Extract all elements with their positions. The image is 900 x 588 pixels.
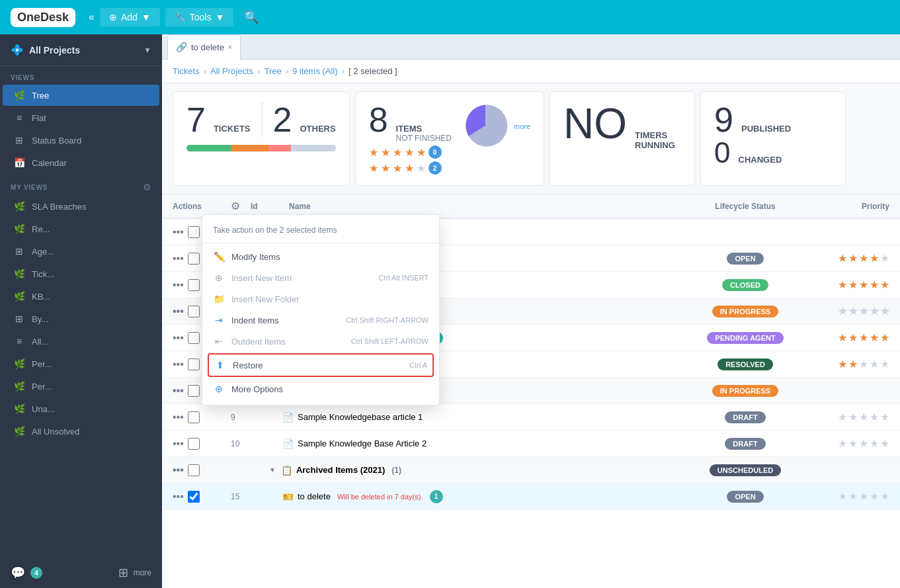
tab-close-icon[interactable]: × <box>228 44 232 51</box>
context-menu-more-options[interactable]: ⊕ More Options <box>202 378 439 399</box>
sidebar-item-una[interactable]: 🌿 Una... <box>3 398 159 419</box>
sidebar-item-by[interactable]: ⊞ By... <box>3 308 159 329</box>
sidebar-item-calendar[interactable]: 📅 Calendar <box>3 152 159 173</box>
table-row: ••• 10 📄 Sample Knowledge Base Article 2… <box>162 431 900 457</box>
row-5-dots[interactable]: ••• <box>173 332 184 344</box>
status-badge-4: RESOLVED <box>717 358 773 370</box>
row-15-status: OPEN <box>692 491 798 503</box>
tab-to-delete[interactable]: 🔗 to delete × <box>167 34 241 60</box>
sidebar-item-label-tickets: Tick... <box>32 269 54 279</box>
kb-icon-9: 📄 <box>282 412 294 423</box>
sidebar-item-all[interactable]: ≡ All... <box>3 331 159 352</box>
insert-item-icon: ⊕ <box>213 273 225 283</box>
row-15-id: 15 <box>231 492 264 501</box>
row-1-dots[interactable]: ••• <box>173 253 184 265</box>
row-2-status: CLOSED <box>692 279 798 291</box>
row-9-dots[interactable]: ••• <box>173 411 184 423</box>
row-arch-dots[interactable]: ••• <box>173 464 184 476</box>
context-menu-indent[interactable]: ⇥ Indent Items Ctrl Shift RIGHT-ARROW <box>202 310 439 331</box>
row-9-priority: ★★★★★ <box>803 411 889 423</box>
row-2-dots[interactable]: ••• <box>173 279 184 291</box>
collapse-sidebar-icon[interactable]: « <box>89 11 95 23</box>
indicator-15-1: 1 <box>430 490 443 503</box>
table-row: ••• 15 🎫 to delete Will be deleted in 7 … <box>162 483 900 510</box>
sidebar-project-header[interactable]: 💠 All Projects ▼ <box>0 34 162 66</box>
sidebar-item-per1[interactable]: 🌿 Per... <box>3 353 159 374</box>
add-button[interactable]: ⊕ Add ▼ <box>100 8 160 26</box>
breadcrumb-all-projects[interactable]: All Projects <box>210 66 253 76</box>
tools-label: Tools <box>190 12 212 22</box>
sidebar-item-sla-breaches[interactable]: 🌿 SLA Breaches <box>3 196 159 217</box>
sidebar-item-kb[interactable]: 🌿 KB... <box>3 286 159 307</box>
outdent-label: Outdent Items <box>231 337 286 347</box>
row-1-checkbox[interactable] <box>188 253 200 265</box>
row-2-checkbox[interactable] <box>188 279 200 291</box>
more-link[interactable]: more <box>514 122 530 130</box>
search-icon[interactable]: 🔍 <box>244 10 259 24</box>
sidebar-item-all-unsolved[interactable]: 🌿 All Unsolved <box>3 421 159 442</box>
sidebar-item-tree[interactable]: 🌿 Tree <box>3 85 159 106</box>
status-badge-15: OPEN <box>727 491 763 503</box>
row-15-indicators: 1 <box>430 490 443 503</box>
sidebar-item-label-recent: Re... <box>32 224 50 234</box>
more-label[interactable]: more <box>134 568 151 577</box>
status-badge-2: CLOSED <box>722 279 768 291</box>
tree-icon: 🌿 <box>13 90 25 101</box>
row-arch-checkbox[interactable] <box>188 464 200 476</box>
sidebar-item-flat[interactable]: ≡ Flat <box>3 107 159 128</box>
breadcrumb-tree[interactable]: Tree <box>264 66 281 76</box>
tools-button[interactable]: 🔧 Tools ▼ <box>165 8 234 26</box>
context-menu-modify[interactable]: ✏️ Modify Items <box>202 246 439 267</box>
select-all-checkbox[interactable] <box>188 226 200 238</box>
row-proj2-checkbox[interactable] <box>188 385 200 397</box>
timers-sub1: TIMERS <box>635 130 675 140</box>
row-15-checkbox[interactable] <box>188 491 200 503</box>
header-lifecycle: Lifecycle Status <box>692 202 798 211</box>
logo-one: One <box>17 11 40 24</box>
context-menu-insert-folder: 📁 Insert New Folder <box>202 288 439 310</box>
sidebar-item-tickets[interactable]: 🌿 Tick... <box>3 263 159 284</box>
pie-chart-container: more <box>462 103 530 149</box>
all-icon: ≡ <box>13 336 25 347</box>
sidebar-item-per2[interactable]: 🌿 Per... <box>3 376 159 397</box>
outdent-shortcut: Ctrl Shift LEFT-ARROW <box>351 337 429 345</box>
row-4-checkbox[interactable] <box>188 358 200 370</box>
row-3-checkbox[interactable] <box>188 306 200 317</box>
row-10-dots[interactable]: ••• <box>173 438 184 450</box>
row-5-priority: ★★★★★ <box>803 331 889 344</box>
status-badge-9: DRAFT <box>725 411 765 423</box>
breadcrumb-9-items[interactable]: 9 items (All) <box>292 66 338 76</box>
sidebar-bottom: 💬 4 ⊞ more <box>0 558 162 588</box>
pie-chart <box>462 103 509 149</box>
breadcrumb-tickets[interactable]: Tickets <box>173 66 200 76</box>
row-3-status: IN PROGRESS <box>692 306 798 317</box>
row-10-status: DRAFT <box>692 438 798 450</box>
collapse-arrow-arch[interactable]: ▼ <box>269 466 276 474</box>
sidebar-item-status-board[interactable]: ⊞ Status Board <box>3 130 159 151</box>
add-chevron-icon: ▼ <box>142 12 151 22</box>
grid-icon[interactable]: ⊞ <box>118 566 128 580</box>
sidebar-item-recent[interactable]: 🌿 Re... <box>3 218 159 239</box>
row-dots-header[interactable]: ••• <box>173 226 184 238</box>
sidebar-item-agent[interactable]: ⊞ Age... <box>3 241 159 262</box>
indent-shortcut: Ctrl Shift RIGHT-ARROW <box>346 316 429 324</box>
recent-icon: 🌿 <box>13 224 25 234</box>
row-5-checkbox[interactable] <box>188 332 200 344</box>
row-9-status: DRAFT <box>692 411 798 423</box>
tickets-icon: 🌿 <box>13 269 25 279</box>
context-menu-restore[interactable]: ⬆ Restore Ctrl A <box>208 353 434 377</box>
settings-icon[interactable]: ⚙ <box>143 182 151 192</box>
row-15-dots[interactable]: ••• <box>173 491 184 503</box>
sidebar-item-label-all: All... <box>32 337 48 347</box>
restore-icon: ⬆ <box>214 360 226 370</box>
row-10-checkbox[interactable] <box>188 438 200 450</box>
row-3-dots[interactable]: ••• <box>173 306 184 317</box>
row-4-dots[interactable]: ••• <box>173 358 184 370</box>
row-9-checkbox[interactable] <box>188 411 200 423</box>
row-1-status: OPEN <box>692 253 798 265</box>
settings-gear-icon[interactable]: ⚙ <box>231 200 240 212</box>
row-proj2-dots[interactable]: ••• <box>173 385 184 397</box>
insert-item-label: Insert New Item <box>231 273 292 283</box>
chat-icon[interactable]: 💬 <box>11 566 25 580</box>
insert-item-shortcut: Ctrl Alt INSERT <box>378 274 429 282</box>
